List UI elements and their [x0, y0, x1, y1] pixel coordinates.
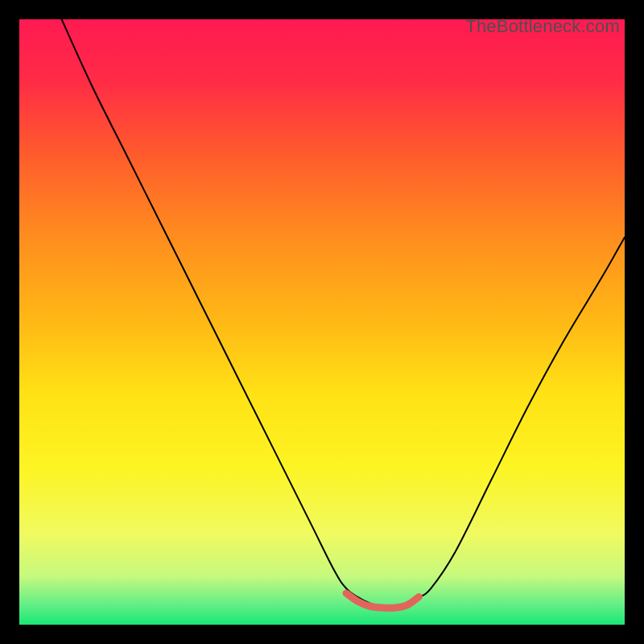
- watermark-text: TheBottleneck.com: [465, 19, 620, 37]
- bottleneck-chart: [19, 19, 625, 625]
- gradient-background: [19, 19, 625, 625]
- outer-frame: TheBottleneck.com: [0, 0, 644, 644]
- plot-area: TheBottleneck.com: [19, 19, 625, 625]
